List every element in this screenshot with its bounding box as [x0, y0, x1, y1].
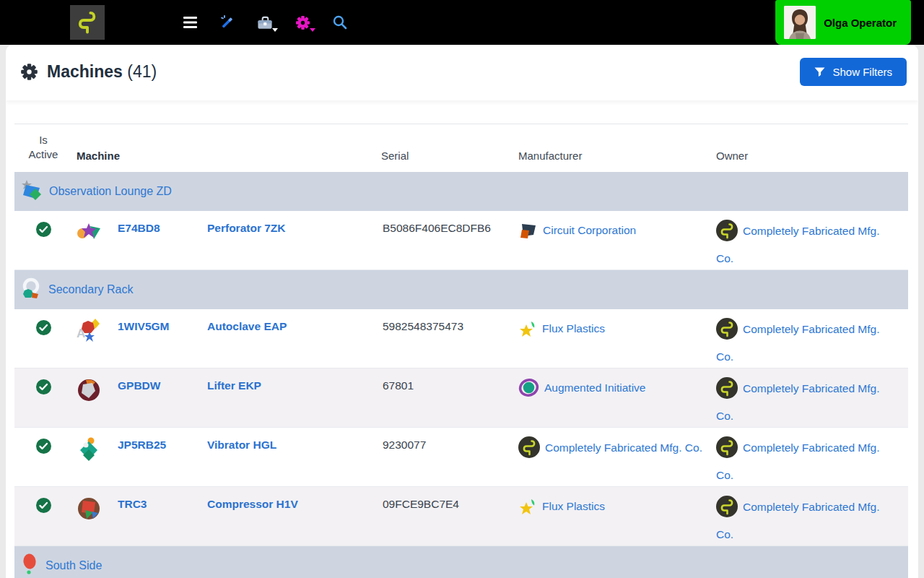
col-header-owner: Owner — [716, 150, 908, 162]
owner-link[interactable]: Completely Fabricated Mfg. Co. — [716, 382, 880, 422]
manufacturer-icon — [518, 498, 537, 523]
machine-serial: 9230077 — [381, 428, 518, 486]
manufacturer-link[interactable]: Circuit Corporation — [518, 224, 636, 236]
owner-icon — [716, 318, 738, 346]
filter-funnel-icon — [814, 67, 825, 77]
manufacturer-link[interactable]: Flux Plastics — [518, 322, 605, 335]
col-header-serial: Serial — [381, 150, 518, 162]
machine-serial: 5982548375473 — [381, 309, 518, 368]
owner-link[interactable]: Completely Fabricated Mfg. Co. — [716, 225, 880, 264]
top-navbar: Olga Operator — [0, 0, 924, 45]
machine-serial: B5086F406EC8DFB6 — [381, 211, 518, 269]
machine-code-link[interactable]: 1WIV5GM — [118, 320, 169, 332]
machine-row: E74BD8Perforator 7ZKB5086F406EC8DFB6Circ… — [14, 211, 908, 270]
machine-code-link[interactable]: TRC3 — [118, 498, 147, 510]
machine-row: A1WIV5GMAutoclave EAP5982548375473Flux P… — [14, 309, 908, 368]
toolbox-icon[interactable] — [257, 14, 273, 30]
active-check-icon — [36, 320, 51, 368]
group-row[interactable]: Observation Lounge ZD — [14, 172, 908, 211]
group-row[interactable]: South Side — [14, 546, 908, 578]
manufacturer-link[interactable]: Augmented Initiative — [518, 381, 645, 394]
user-name: Olga Operator — [824, 17, 897, 29]
machine-name-link[interactable]: Lifter EKP — [207, 379, 261, 392]
machine-row: GPBDWLifter EKP67801Augmented Initiative… — [14, 368, 908, 428]
menu-icon[interactable] — [182, 14, 198, 30]
machine-name-link[interactable]: Vibrator HGL — [207, 439, 276, 451]
settings-gear-icon[interactable] — [295, 14, 310, 30]
machine-serial: 09FCE9BC7E4 — [381, 487, 518, 545]
owner-link[interactable]: Completely Fabricated Mfg. Co. — [716, 323, 880, 363]
manufacturer-link[interactable]: Completely Fabricated Mfg. Co. — [518, 441, 702, 454]
user-menu[interactable]: Olga Operator — [775, 0, 911, 45]
machine-icon — [76, 220, 102, 249]
group-label: South Side — [45, 559, 102, 572]
machine-icon — [76, 496, 102, 525]
machine-code-link[interactable]: JP5RB25 — [118, 439, 166, 451]
owner-link[interactable]: Completely Fabricated Mfg. Co. — [716, 441, 880, 481]
machine-name-link[interactable]: Compressor H1V — [207, 498, 298, 510]
machine-row: JP5RB25Vibrator HGL9230077Completely Fab… — [14, 428, 908, 487]
manufacturer-icon — [518, 222, 538, 247]
group-icon — [20, 179, 43, 204]
manufacturer-icon — [518, 377, 539, 405]
group-icon — [20, 277, 42, 303]
machine-code-link[interactable]: GPBDW — [118, 379, 160, 392]
owner-icon — [716, 220, 738, 248]
group-icon — [20, 553, 39, 578]
owner-link[interactable]: Completely Fabricated Mfg. Co. — [716, 501, 880, 540]
machine-serial: 67801 — [381, 368, 518, 427]
owner-icon — [716, 377, 738, 405]
machines-table: Is Active Machine Serial Manufacturer Ow… — [6, 100, 918, 578]
active-check-icon — [36, 379, 51, 427]
col-header-is-active: Is Active — [14, 133, 72, 162]
group-row[interactable]: Secondary Rack — [14, 270, 908, 309]
settings-dropdown-caret — [310, 28, 315, 32]
machine-icon — [76, 436, 102, 465]
machine-row: TRC3Compressor H1V09FCE9BC7E4Flux Plasti… — [14, 487, 908, 546]
active-check-icon — [36, 498, 51, 545]
user-avatar — [784, 6, 816, 39]
col-header-machine: Machine — [72, 150, 381, 162]
search-icon[interactable] — [332, 14, 348, 30]
col-header-manufacturer: Manufacturer — [518, 150, 716, 162]
owner-icon — [716, 496, 738, 524]
table-header-row: Is Active Machine Serial Manufacturer Ow… — [14, 124, 908, 172]
group-label: Secondary Rack — [48, 283, 133, 296]
magic-wand-icon[interactable] — [219, 14, 235, 30]
page-title: Machines (41) — [47, 62, 157, 82]
machines-gear-icon — [20, 63, 38, 81]
toolbox-dropdown-caret — [272, 28, 278, 32]
machine-name-link[interactable]: Autoclave EAP — [207, 320, 287, 332]
owner-icon — [716, 436, 738, 465]
content-card: Machines (41) Show Filters Is Active Mac… — [6, 45, 918, 578]
manufacturer-icon — [518, 436, 540, 465]
show-filters-button[interactable]: Show Filters — [800, 58, 907, 86]
company-logo-icon — [72, 7, 103, 38]
page-header: Machines (41) Show Filters — [6, 45, 918, 100]
machine-icon: A — [76, 318, 102, 347]
active-check-icon — [36, 222, 51, 269]
manufacturer-icon — [518, 320, 537, 345]
group-label: Observation Lounge ZD — [49, 185, 172, 198]
app-logo[interactable] — [70, 5, 105, 40]
manufacturer-link[interactable]: Flux Plastics — [518, 500, 605, 512]
machine-icon — [76, 377, 102, 406]
active-check-icon — [36, 439, 51, 486]
machine-name-link[interactable]: Perforator 7ZK — [207, 222, 286, 234]
machine-code-link[interactable]: E74BD8 — [118, 222, 160, 234]
